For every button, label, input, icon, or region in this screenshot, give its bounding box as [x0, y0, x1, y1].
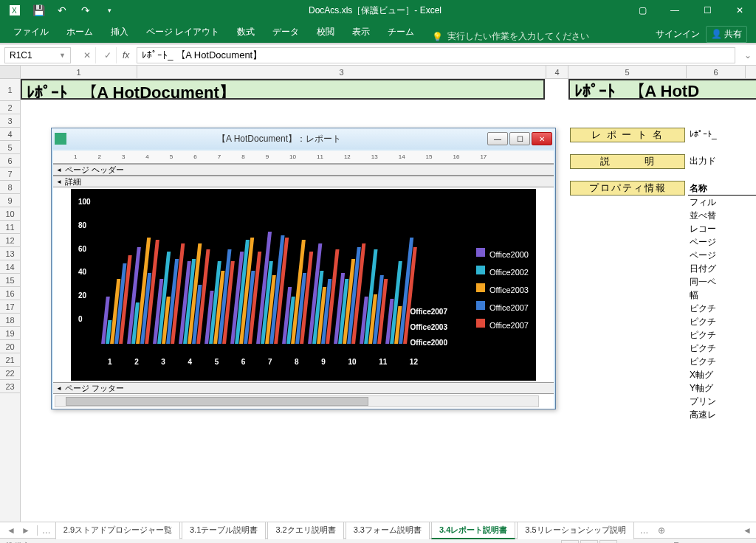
report-minimize-icon[interactable]: —	[487, 132, 508, 145]
row-header[interactable]: 9	[0, 194, 20, 207]
row-header[interactable]: 7	[0, 167, 20, 181]
row-header[interactable]: 21	[0, 353, 20, 367]
ribbon-display-icon[interactable]: ▢	[626, 0, 659, 21]
row-header[interactable]: 14	[0, 260, 20, 274]
name-box[interactable]: R1C1 ▼	[4, 47, 71, 63]
tab-formulas[interactable]: 数式	[228, 21, 264, 43]
save-icon[interactable]: 💾	[30, 1, 47, 19]
title-merged-cell-1[interactable]: ﾚﾎﾟｰﾄ_ 【A HotDocument】	[21, 79, 545, 100]
label-property-info[interactable]: プロパティ情報	[570, 181, 685, 196]
undo-icon[interactable]: ↶	[53, 1, 71, 19]
qat-dropdown-icon[interactable]: ▾	[100, 1, 118, 19]
worksheet-grid[interactable]: 1 3 4 5 6 123456789101112131415161718192…	[0, 66, 756, 522]
property-cell[interactable]: ピクチ	[688, 315, 756, 328]
sheet-tab[interactable]: 3.3フォーム説明書	[346, 522, 430, 539]
sheet-nav-last-icon[interactable]: ►	[19, 525, 32, 536]
sheet-tab[interactable]: 3.2クエリ説明書	[267, 522, 343, 539]
scrollbar-thumb[interactable]	[66, 397, 368, 406]
chevron-down-icon[interactable]: ▼	[59, 52, 66, 59]
row-header[interactable]: 11	[0, 221, 20, 234]
row-header[interactable]: 3	[0, 114, 20, 128]
tab-page-layout[interactable]: ページ レイアウト	[137, 21, 228, 43]
property-cell[interactable]: X軸グ	[688, 368, 756, 381]
section-page-header[interactable]: ◄ ページ ヘッダー	[53, 164, 554, 176]
row-header[interactable]: 8	[0, 181, 20, 194]
row-header[interactable]: 15	[0, 274, 20, 287]
property-cell[interactable]: 幅	[688, 288, 756, 302]
property-cell[interactable]: フィル	[688, 196, 756, 209]
row-header[interactable]: 17	[0, 300, 20, 314]
property-cell[interactable]: ピクチ	[688, 328, 756, 342]
label-description[interactable]: 説 明	[570, 154, 685, 169]
add-sheet-icon[interactable]: ⊕	[653, 525, 670, 536]
row-header[interactable]: 20	[0, 340, 20, 353]
view-normal-icon[interactable]: ▦	[561, 540, 579, 544]
report-maximize-icon[interactable]: ☐	[509, 132, 530, 145]
property-cell[interactable]: ピクチ	[688, 342, 756, 355]
row-header[interactable]: 18	[0, 314, 20, 327]
row-header[interactable]: 5	[0, 141, 20, 154]
property-cell[interactable]: 名称	[688, 182, 756, 196]
property-cell[interactable]: 日付グ	[688, 262, 756, 275]
tab-view[interactable]: 表示	[343, 21, 379, 43]
property-cell[interactable]: 同一ペ	[688, 275, 756, 288]
expand-formula-icon[interactable]: ⌄	[744, 50, 752, 60]
redo-icon[interactable]: ↷	[77, 1, 94, 19]
enter-formula-icon[interactable]: ✓	[99, 47, 117, 63]
row-header[interactable]: 16	[0, 287, 20, 300]
sheet-tab[interactable]: 3.1テーブル説明書	[182, 522, 266, 539]
row-header[interactable]: 22	[0, 367, 20, 380]
col-header[interactable]: 4	[546, 66, 568, 78]
property-cell[interactable]: 出力ド	[688, 154, 756, 167]
cells[interactable]: ﾚﾎﾟｰﾄ_ 【A HotDocument】 ﾚﾎﾟｰﾄ_ 【A HotD レ …	[21, 79, 756, 522]
sheet-nav-first-icon[interactable]: ◄	[4, 525, 18, 536]
cancel-formula-icon[interactable]: ✕	[78, 47, 96, 63]
property-cell[interactable]: 高速レ	[688, 408, 756, 421]
minimize-icon[interactable]: —	[659, 0, 691, 21]
row-header[interactable]: 10	[0, 207, 20, 221]
sheet-overflow-icon[interactable]: …	[636, 525, 653, 536]
tab-data[interactable]: データ	[264, 21, 308, 43]
sheet-tab[interactable]: 3.5リレーションシップ説明	[517, 522, 633, 539]
view-page-layout-icon[interactable]: ▤	[580, 540, 598, 544]
property-cell[interactable]: ページ	[688, 249, 756, 262]
row-header[interactable]: 4	[0, 128, 20, 141]
maximize-icon[interactable]: ☐	[691, 0, 724, 21]
property-cell[interactable]: プリン	[688, 395, 756, 408]
property-cell[interactable]: レコー	[688, 222, 756, 235]
row-header[interactable]: 6	[0, 154, 20, 167]
tab-insert[interactable]: 挿入	[102, 21, 137, 43]
property-cell[interactable]: ピクチ	[688, 355, 756, 368]
row-header[interactable]: 12	[0, 234, 20, 247]
report-close-icon[interactable]: ✕	[532, 132, 552, 145]
report-h-scrollbar[interactable]	[55, 395, 539, 407]
label-report-name[interactable]: レ ポ ー ト 名	[570, 128, 685, 142]
sheet-tab[interactable]: 3.4レポート説明書	[431, 522, 515, 539]
sheet-nav-right-icon[interactable]: ◄	[738, 525, 756, 536]
embedded-chart[interactable]: 100806040200 123456789101112 Office2007O…	[71, 189, 536, 381]
section-detail[interactable]: ◄ 詳細	[53, 176, 554, 187]
close-icon[interactable]: ✕	[724, 0, 756, 21]
col-header[interactable]: 3	[137, 66, 546, 78]
col-header[interactable]: 5	[568, 66, 687, 78]
share-button[interactable]: 👤 共有	[706, 26, 747, 43]
col-header[interactable]: 6	[687, 66, 746, 78]
view-page-break-icon[interactable]: ▥	[599, 540, 617, 544]
col-header[interactable]: 1	[21, 66, 137, 78]
tab-review[interactable]: 校閲	[308, 21, 343, 43]
select-all-corner[interactable]	[0, 66, 21, 78]
sheet-overflow-icon[interactable]: …	[38, 525, 55, 536]
row-header[interactable]: 2	[0, 101, 20, 114]
property-cell[interactable]: ﾚﾎﾟｰﾄ_	[688, 128, 756, 141]
section-page-footer[interactable]: ◄ ページ フッター	[53, 382, 554, 394]
title-merged-cell-2[interactable]: ﾚﾎﾟｰﾄ_ 【A HotD	[568, 79, 756, 100]
formula-input[interactable]: ﾚﾎﾟｰﾄ_ 【A HotDocument】	[137, 47, 735, 63]
fx-icon[interactable]: fx	[120, 50, 132, 60]
tab-team[interactable]: チーム	[379, 21, 423, 43]
row-header[interactable]: 13	[0, 247, 20, 260]
tab-home[interactable]: ホーム	[58, 21, 102, 43]
sheet-tab[interactable]: 2.9ストアドプロシージャー覧	[55, 522, 180, 539]
row-header[interactable]: 23	[0, 380, 20, 393]
signin-link[interactable]: サインイン	[656, 28, 700, 41]
property-cell[interactable]: Y軸グ	[688, 381, 756, 395]
